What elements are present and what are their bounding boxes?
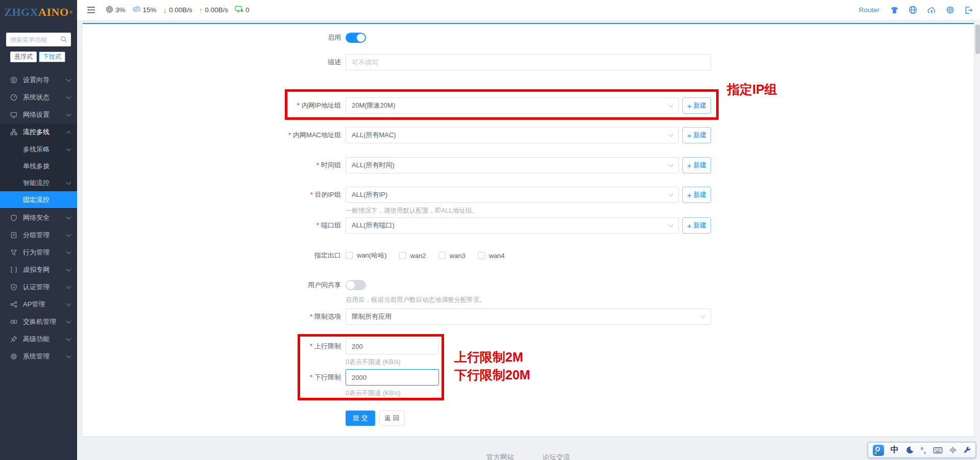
sidebar-item-smart-flow-control[interactable]: 智能流控	[0, 174, 77, 191]
toggle-knob	[347, 281, 355, 289]
lan-ip-group-select[interactable]: 20M(限速20M)	[346, 97, 679, 114]
sogou-ime-logo-icon[interactable]	[873, 445, 884, 456]
cpu-usage-stat: 3%	[106, 6, 126, 15]
sidebar-item-switch-management[interactable]: 交换机管理	[0, 313, 77, 330]
time-group-new-button[interactable]: +新建	[682, 157, 711, 173]
sidebar-item-multiline-policy[interactable]: 多线策略	[0, 141, 77, 158]
limit-option-select[interactable]: 限制所有应用	[346, 309, 711, 325]
sidebar-item-advanced-features[interactable]: 高级功能	[0, 330, 77, 348]
lan-mac-group-new-button[interactable]: +新建	[682, 127, 711, 143]
sidebar-item-system-status[interactable]: 系统状态	[0, 89, 77, 106]
sidebar-item-network-settings[interactable]: 网络设置	[0, 106, 77, 123]
online-devices-stat: 0	[235, 6, 250, 14]
checkbox-label: wan2	[410, 252, 426, 260]
back-button[interactable]: 返 回	[379, 411, 405, 426]
checkbox-box[interactable]	[438, 252, 446, 259]
port-group-select[interactable]: ALL(所有端口)	[346, 217, 679, 234]
sidebar-item-vpn[interactable]: 虚拟专网	[0, 261, 77, 278]
dst-ip-group-select[interactable]: ALL(所有IP)	[346, 187, 679, 203]
logout-icon[interactable]	[964, 6, 973, 14]
checkbox-box[interactable]	[346, 252, 353, 259]
sidebar-item-flow-control-multiline[interactable]: 流控多线	[0, 123, 77, 141]
port-group-label: 端口组	[83, 221, 341, 230]
scrollbar-track	[975, 20, 980, 460]
checkbox-wan1[interactable]: wan(哈哈)	[346, 251, 387, 260]
cloud-upload-icon[interactable]	[927, 6, 936, 14]
chevron-down-icon	[66, 267, 71, 272]
sidebar-item-label: AP管理	[23, 300, 67, 309]
lan-mac-group-select[interactable]: ALL(所有MAC)	[346, 127, 679, 143]
sidebar-menu: 设置向导 系统状态 网络设置 流控多线 多线策略 单线多拨 智能流控	[0, 66, 77, 365]
pin-icon	[10, 336, 18, 343]
lan-ip-group-new-button[interactable]: +新建	[682, 97, 711, 114]
sidebar-item-label: 固定流控	[23, 195, 70, 205]
limit-option-value: 限制所有应用	[352, 312, 391, 321]
sidebar-item-fixed-flow-control[interactable]: 固定流控	[0, 191, 77, 208]
chevron-down-icon	[66, 249, 71, 254]
brand-logo-text-orange: AINO	[38, 6, 68, 19]
checkbox-wan4[interactable]: wan4	[478, 252, 505, 260]
settings-gear-icon[interactable]	[946, 6, 954, 14]
share-nodes-icon	[10, 301, 18, 308]
menu-mode-dropdown-button[interactable]: 下拉式	[39, 52, 65, 62]
language-globe-icon[interactable]	[909, 6, 917, 14]
sidebar-item-auth-management[interactable]: 认证管理	[0, 278, 77, 296]
annotation-limits-text: 上行限制2M 下行限制20M	[454, 348, 530, 384]
port-group-new-button[interactable]: +新建	[682, 217, 711, 234]
sidebar-item-behavior-management[interactable]: 行为管理	[0, 244, 77, 261]
sidebar-item-label: 分组管理	[23, 231, 67, 240]
sidebar-item-label: 虚拟专网	[23, 265, 67, 274]
upload-limit-input[interactable]	[346, 338, 439, 354]
funnel-icon	[10, 249, 18, 256]
router-hostname-link[interactable]: Router	[859, 6, 879, 14]
download-limit-hint: 0表示不限速 (KB/s)	[346, 389, 401, 398]
forum-link[interactable]: 论坛交流	[543, 453, 570, 460]
sidebar-item-network-security[interactable]: 网络安全	[0, 209, 77, 226]
annotation-upload-line: 上行限制2M	[454, 348, 530, 366]
sidebar-item-group-management[interactable]: 分组管理	[0, 226, 77, 244]
download-limit-input[interactable]	[346, 369, 439, 386]
chevron-down-icon	[66, 301, 71, 306]
dst-ip-group-new-button[interactable]: +新建	[682, 187, 711, 203]
sidebar-item-label: 网络设置	[23, 110, 67, 119]
brackets-icon	[10, 266, 18, 273]
switch-icon	[10, 318, 18, 325]
collapse-sidebar-icon[interactable]	[87, 6, 95, 14]
plus-icon: +	[687, 102, 692, 110]
soft-keyboard-icon[interactable]	[933, 447, 943, 454]
official-site-link[interactable]: 官方网站	[486, 453, 514, 460]
checkbox-box[interactable]	[399, 252, 406, 259]
sidebar-item-system-management[interactable]: 系统管理	[0, 348, 77, 365]
theme-shirt-icon[interactable]	[890, 6, 899, 14]
download-rate-stat: ↓ 0.00B/s	[163, 6, 192, 14]
sidebar-item-ap-management[interactable]: AP管理	[0, 296, 77, 313]
fullwidth-toggle-icon[interactable]	[949, 446, 957, 454]
user-share-toggle[interactable]	[346, 280, 366, 290]
scrollbar-thumb[interactable]	[975, 24, 980, 54]
punctuation-mode-icon[interactable]: °,	[921, 446, 927, 454]
sidebar-group-flow-control: 流控多线 多线策略 单线多拨 智能流控 固定流控	[0, 123, 77, 209]
sidebar-item-setup-wizard[interactable]: 设置向导	[0, 71, 77, 89]
chevron-down-icon	[66, 284, 71, 289]
night-mode-moon-icon[interactable]	[905, 446, 914, 454]
description-input[interactable]	[346, 54, 711, 70]
sidebar-item-single-line-multidial[interactable]: 单线多拨	[0, 158, 77, 174]
user-share-hint: 启用后，根据当前用户数目动态地调整分配带宽。	[346, 296, 486, 304]
ime-language-chinese-indicator[interactable]: 中	[891, 445, 899, 455]
enable-label: 启用	[83, 33, 341, 42]
checkbox-box[interactable]	[478, 252, 485, 259]
menu-mode-float-button[interactable]: 悬浮式	[10, 52, 37, 62]
brand-logo-text-blue: ZHGX	[4, 6, 38, 19]
time-group-select[interactable]: ALL(所有时间)	[346, 157, 679, 173]
enable-toggle[interactable]	[346, 33, 366, 43]
upload-limit-hint: 0表示不限速 (KB/s)	[346, 358, 401, 367]
checkbox-label: wan4	[489, 252, 505, 260]
submit-button[interactable]: 提 交	[346, 411, 375, 426]
upload-limit-label: 上行限制	[83, 342, 341, 351]
gear-icon	[10, 353, 18, 360]
sidebar-item-label: 高级功能	[23, 335, 67, 344]
chevron-down-icon	[669, 103, 674, 108]
ime-settings-wrench-icon[interactable]	[963, 446, 971, 454]
checkbox-wan2[interactable]: wan2	[399, 252, 426, 260]
checkbox-wan3[interactable]: wan3	[438, 252, 465, 260]
